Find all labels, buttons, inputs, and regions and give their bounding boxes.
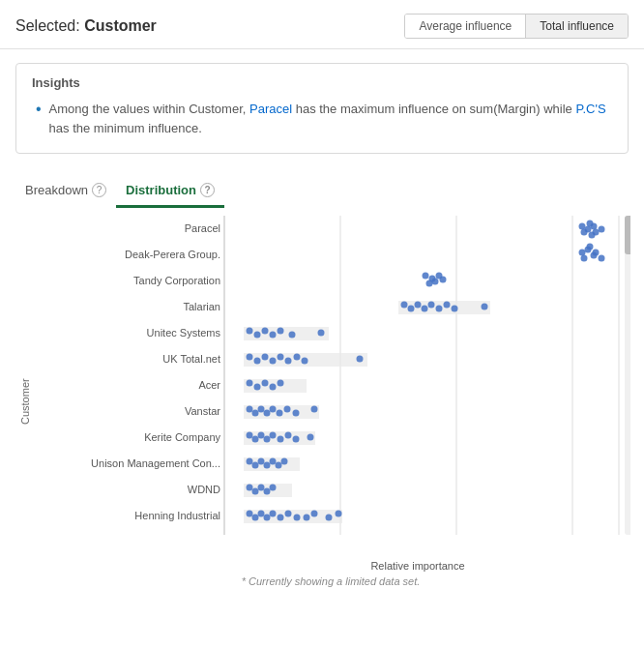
svg-point-19 (587, 244, 594, 250)
svg-point-48 (318, 330, 325, 337)
svg-text:Acer: Acer (198, 379, 220, 391)
x-axis-label: Relative importance (224, 560, 630, 572)
svg-point-13 (589, 232, 596, 239)
svg-point-102 (258, 485, 265, 491)
svg-rect-119 (625, 216, 630, 535)
svg-point-113 (285, 511, 292, 517)
svg-text:Unison Management Con...: Unison Management Con... (91, 457, 220, 469)
svg-point-10 (587, 221, 594, 227)
svg-point-55 (278, 354, 284, 361)
svg-point-59 (357, 356, 364, 363)
svg-text:Unitec Systems: Unitec Systems (147, 327, 221, 339)
svg-point-15 (579, 250, 586, 256)
svg-point-20 (593, 250, 600, 256)
svg-point-109 (258, 511, 265, 517)
svg-point-114 (294, 515, 301, 521)
svg-point-54 (270, 358, 277, 365)
svg-point-62 (247, 380, 253, 387)
svg-point-58 (302, 358, 308, 365)
svg-point-31 (401, 302, 408, 309)
svg-point-118 (336, 511, 342, 517)
svg-point-116 (311, 511, 318, 517)
insights-title: Insights (32, 75, 612, 90)
svg-point-45 (270, 332, 277, 339)
svg-point-107 (247, 511, 253, 517)
chart-inner: .rl { font-size: 11px; fill: #555; text-… (31, 216, 630, 587)
svg-point-76 (293, 410, 300, 417)
average-influence-button[interactable]: Average influence (405, 15, 525, 38)
svg-point-65 (270, 384, 277, 391)
svg-point-100 (247, 485, 253, 491)
svg-point-115 (304, 515, 310, 521)
svg-point-9 (581, 229, 588, 236)
svg-text:Paracel: Paracel (185, 222, 220, 234)
svg-point-94 (264, 462, 271, 469)
svg-point-70 (252, 410, 259, 417)
svg-point-39 (482, 304, 488, 310)
svg-point-69 (247, 406, 253, 413)
svg-point-28 (440, 277, 447, 283)
svg-point-23 (423, 273, 429, 280)
svg-point-32 (408, 306, 415, 312)
svg-point-43 (254, 332, 261, 339)
svg-point-47 (289, 332, 296, 339)
svg-point-87 (293, 436, 300, 443)
svg-point-86 (285, 432, 292, 439)
distribution-help-icon[interactable]: ? (200, 183, 215, 197)
svg-point-83 (264, 436, 271, 443)
svg-point-108 (252, 515, 259, 521)
insights-list: • Among the values within Customer, Para… (32, 100, 612, 137)
y-axis-label: Customer (15, 216, 31, 587)
svg-point-18 (581, 255, 588, 262)
svg-point-77 (311, 406, 318, 413)
svg-rect-120 (625, 216, 630, 254)
tab-breakdown[interactable]: Breakdown ? (15, 177, 116, 208)
svg-point-12 (599, 226, 605, 233)
insights-box: Insights • Among the values within Custo… (15, 63, 629, 154)
svg-point-96 (276, 462, 282, 469)
svg-point-38 (452, 306, 458, 312)
svg-text:Vanstar: Vanstar (185, 405, 220, 417)
distribution-chart: .rl { font-size: 11px; fill: #555; text-… (31, 216, 630, 554)
svg-point-117 (326, 515, 333, 521)
svg-point-37 (444, 302, 451, 309)
bullet-icon: • (36, 100, 42, 120)
chart-tabs: Breakdown ? Distribution ? (0, 167, 644, 208)
svg-text:Kerite Company: Kerite Company (144, 431, 220, 443)
svg-point-42 (247, 328, 253, 335)
svg-point-72 (264, 410, 271, 417)
svg-point-56 (285, 358, 292, 365)
svg-point-26 (426, 280, 433, 287)
svg-point-66 (278, 380, 284, 387)
breakdown-help-icon[interactable]: ? (92, 183, 106, 197)
svg-point-85 (278, 436, 284, 443)
tab-distribution[interactable]: Distribution ? (116, 177, 224, 208)
svg-text:Tandy Corporation: Tandy Corporation (133, 275, 220, 286)
page-header: Selected: Customer Average influence Tot… (0, 0, 644, 49)
svg-point-92 (252, 462, 259, 469)
svg-text:Talarian: Talarian (183, 301, 220, 312)
svg-point-57 (294, 354, 301, 361)
svg-text:Henning Industrial: Henning Industrial (134, 510, 220, 521)
total-influence-button[interactable]: Total influence (525, 15, 628, 38)
svg-point-75 (284, 406, 291, 413)
svg-text:Deak-Perera Group.: Deak-Perera Group. (125, 249, 220, 260)
insight-text: Among the values within Customer, Parace… (49, 100, 612, 137)
svg-point-74 (277, 410, 283, 417)
svg-point-51 (247, 354, 253, 361)
svg-point-46 (278, 328, 284, 335)
svg-point-93 (258, 458, 265, 465)
svg-point-80 (247, 432, 253, 439)
svg-text:UK Total.net: UK Total.net (162, 353, 220, 365)
influence-toggle: Average influence Total influence (404, 14, 629, 39)
svg-point-34 (422, 306, 428, 312)
svg-point-97 (281, 458, 288, 465)
svg-point-84 (270, 432, 277, 439)
svg-point-35 (428, 302, 435, 309)
svg-point-64 (262, 380, 269, 387)
insight-item: • Among the values within Customer, Para… (36, 100, 612, 137)
svg-point-82 (258, 432, 265, 439)
svg-point-52 (254, 358, 261, 365)
svg-point-103 (264, 488, 271, 495)
svg-point-91 (247, 458, 253, 465)
